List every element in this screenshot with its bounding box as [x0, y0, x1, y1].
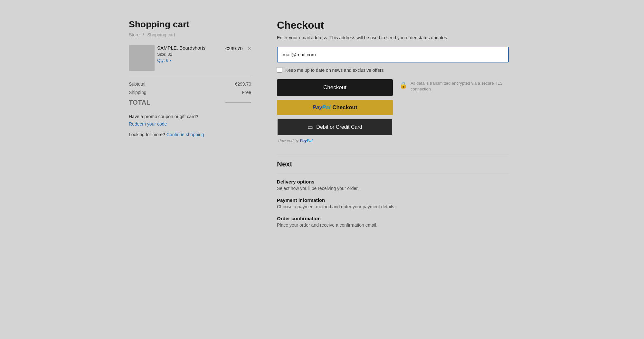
breadcrumb-store[interactable]: Store: [129, 32, 139, 37]
checkout-subtitle: Enter your email address. This address w…: [277, 35, 509, 40]
subtotal-row: Subtotal €299.70: [129, 81, 251, 87]
product-qty[interactable]: Qty: 6 ▾: [157, 58, 223, 63]
product-details: SAMPLE. Boardshorts Size: 32 Qty: 6 ▾: [157, 45, 223, 63]
product-price: €299.70: [225, 45, 242, 51]
checkout-title: Checkout: [277, 19, 509, 31]
cart-panel: Shopping cart Store / Shopping cart SAMP…: [129, 19, 251, 326]
shipping-value: Free: [242, 90, 251, 95]
continue-shopping-link[interactable]: Continue shopping: [166, 132, 204, 137]
total-value-bar: [225, 102, 251, 103]
step-confirmation-title: Order confirmation: [277, 216, 509, 221]
newsletter-checkbox[interactable]: [277, 68, 282, 73]
paypal-btn-label: Checkout: [332, 104, 357, 111]
cart-divider: [129, 76, 251, 76]
breadcrumb-separator: /: [143, 32, 144, 37]
remove-item-button[interactable]: ×: [248, 45, 251, 52]
paypal-buttons: PayPal Checkout ▭ Debit or Credit Card P…: [277, 100, 393, 143]
step-payment-title: Payment information: [277, 197, 509, 203]
step-delivery-desc: Select how you'll be receiving your orde…: [277, 186, 509, 191]
subtotal-label: Subtotal: [129, 81, 145, 87]
product-image: [129, 45, 155, 71]
secure-info: 🔒 All data is transmitted encrypted via …: [399, 79, 509, 92]
qty-chevron-icon[interactable]: ▾: [170, 59, 171, 62]
promo-section: Have a promo coupon or gift card? Redeem…: [129, 114, 251, 127]
checkout-button[interactable]: Checkout: [277, 79, 393, 96]
card-icon: ▭: [308, 124, 313, 131]
debit-credit-button[interactable]: ▭ Debit or Credit Card: [277, 118, 393, 136]
step-confirmation-desc: Place your order and receive a confirmat…: [277, 222, 509, 228]
debit-btn-label: Debit or Credit Card: [316, 124, 362, 130]
newsletter-row: Keep me up to date on news and exclusive…: [277, 68, 509, 73]
cart-title: Shopping cart: [129, 19, 251, 30]
next-section: Next Delivery options Select how you'll …: [277, 155, 509, 228]
step-delivery: Delivery options Select how you'll be re…: [277, 179, 509, 191]
step-payment-desc: Choose a payment method and enter your p…: [277, 204, 509, 209]
product-name: SAMPLE. Boardshorts: [157, 45, 223, 51]
step-delivery-title: Delivery options: [277, 179, 509, 184]
subtotal-value: €299.70: [235, 81, 251, 87]
next-divider: [277, 174, 509, 174]
more-section: Looking for more? Continue shopping: [129, 132, 251, 137]
total-label: TOTAL: [129, 99, 150, 106]
email-input[interactable]: [277, 47, 509, 62]
shipping-row: Shipping Free: [129, 90, 251, 95]
product-size: Size: 32: [157, 52, 223, 57]
promo-text: Have a promo coupon or gift card?: [129, 114, 251, 119]
cart-item: SAMPLE. Boardshorts Size: 32 Qty: 6 ▾ €2…: [129, 45, 251, 71]
lock-icon: 🔒: [399, 81, 407, 89]
checkout-actions: Checkout 🔒 All data is transmitted encry…: [277, 79, 509, 96]
shipping-label: Shipping: [129, 90, 147, 95]
paypal-logo: PayPal: [312, 104, 330, 111]
paypal-checkout-button[interactable]: PayPal Checkout: [277, 100, 393, 115]
paypal-powered-logo: PayPal: [300, 138, 312, 143]
newsletter-label: Keep me up to date on news and exclusive…: [285, 68, 384, 73]
checkout-panel: Checkout Enter your email address. This …: [277, 19, 509, 326]
next-title: Next: [277, 155, 509, 168]
breadcrumb: Store / Shopping cart: [129, 32, 251, 37]
total-row: TOTAL: [129, 99, 251, 106]
step-payment: Payment information Choose a payment met…: [277, 197, 509, 209]
powered-by: Powered by PayPal: [277, 138, 393, 143]
redeem-link[interactable]: Redeem your code: [129, 121, 167, 127]
more-text: Looking for more?: [129, 132, 165, 137]
secure-text: All data is transmitted encrypted via a …: [411, 80, 509, 92]
step-confirmation: Order confirmation Place your order and …: [277, 216, 509, 228]
breadcrumb-current: Shopping cart: [147, 32, 175, 37]
